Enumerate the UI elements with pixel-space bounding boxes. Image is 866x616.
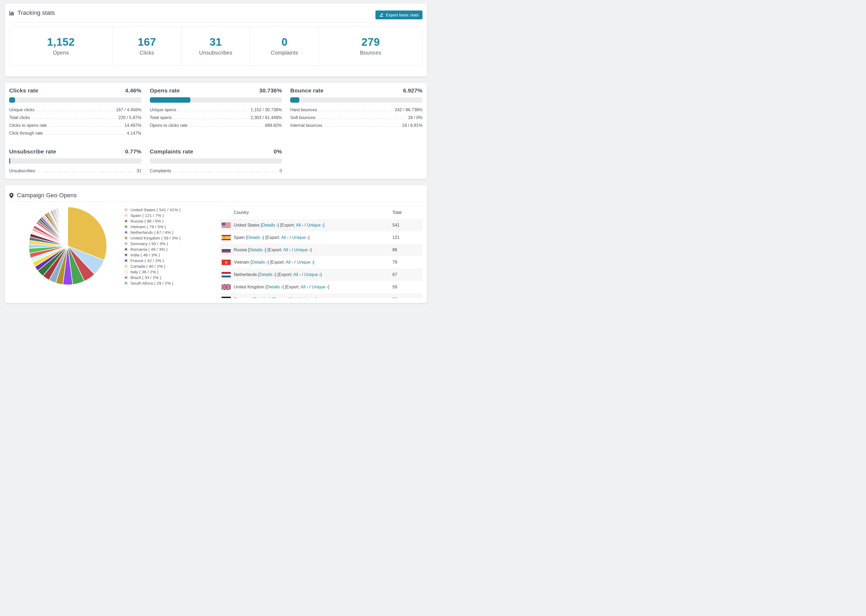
progress-track [9, 158, 142, 164]
rate-row: Total opens2,303 / 61.446% [150, 114, 282, 121]
rate-title: Unsubscribe rate [9, 148, 56, 155]
geo-row-text: United States [Details ›] [Export: All ›… [234, 223, 392, 228]
rate-row-label: Clicks to opens rate [9, 121, 47, 129]
legend-swatch [124, 231, 128, 234]
rate-row-value: 1,152 / 30.736% [251, 106, 282, 114]
rate-row: Complaints0 [150, 167, 282, 175]
dotted-leader [38, 172, 134, 172]
export-all-link[interactable]: All › [283, 248, 291, 252]
dotted-leader [32, 118, 116, 119]
details-link[interactable]: Details › [252, 260, 268, 264]
export-unique-link[interactable]: Unique › [304, 272, 320, 277]
export-unique-link[interactable]: Unique › [294, 248, 310, 252]
rate-block-complaints-rate: Complaints rate0%Complaints0 [150, 148, 282, 175]
legend-swatch [124, 248, 128, 251]
export-basic-stats-button[interactable]: Export basic stats [375, 11, 422, 19]
geo-header-total: Total [392, 210, 422, 215]
legend-item-netherlands: Netherlands ( 67 / 4% ) [124, 229, 181, 235]
export-all-link[interactable]: All › [286, 260, 293, 264]
legend-item-india: India ( 46 / 3% ) [124, 252, 181, 258]
legend-item-south-africa: South Africa ( 29 / 2% ) [124, 280, 181, 286]
legend-label: Italy ( 36 / 2% ) [131, 270, 158, 274]
details-link[interactable]: Details › [247, 235, 263, 240]
united-states-flag-icon [222, 223, 231, 228]
rate-row-label: Unique opens [150, 106, 176, 114]
legend-label: Brazil ( 33 / 2% ) [131, 275, 161, 280]
russia-flag-icon [222, 247, 231, 253]
rate-row: Hard bounces242 / 86.738% [290, 106, 422, 114]
export-icon [379, 13, 384, 17]
legend-label: Spain ( 121 / 7% ) [131, 213, 164, 218]
rate-row: Unique clicks167 / 4.456% [9, 106, 142, 114]
legend-label: Netherlands ( 67 / 4% ) [131, 230, 173, 235]
stat-unsubscribes: 31Unsubscribes [181, 27, 250, 65]
rate-row: Total clicks220 / 5.87% [9, 114, 142, 121]
rate-percentage: 0% [274, 148, 282, 155]
rate-row-value: 18 / 0% [408, 114, 422, 121]
export-all-link[interactable]: All › [293, 272, 301, 277]
rate-row-label: Total opens [150, 114, 172, 121]
rate-row: Unique opens1,152 / 30.736% [150, 106, 282, 114]
rate-row-label: Unique clicks [9, 106, 35, 114]
rate-row: Unsubscribes31 [9, 167, 142, 175]
geo-row-text: Russia [Details ›] [Export: All › / Uniq… [234, 248, 392, 252]
geo-table-rows: United States [Details ›] [Export: All ›… [219, 219, 422, 298]
rate-percentage: 0.77% [125, 148, 142, 155]
rate-row: Soft bounces18 / 0% [290, 114, 422, 121]
tracking-stats-header: Tracking stats Export basic stats [9, 3, 422, 23]
export-unique-link[interactable]: Unique › [312, 284, 328, 289]
details-link[interactable]: Details › [262, 223, 278, 227]
campaign-geo-opens-card: Campaign Geo Opens United States ( 541 /… [5, 185, 427, 303]
legend-item-romania: Romania ( 49 / 3% ) [124, 247, 181, 252]
germany-flag-icon [222, 297, 231, 298]
stat-label: Complaints [271, 50, 298, 56]
export-all-link[interactable]: All › [288, 297, 295, 298]
geo-pie-chart [28, 206, 107, 286]
page: Tracking stats Export basic stats 1,152O… [0, 0, 433, 308]
rate-row: Opens to clicks rate689.82% [150, 121, 282, 129]
legend-item-united-states: United States ( 541 / 31% ) [124, 207, 181, 212]
export-unique-link[interactable]: Unique › [307, 223, 323, 227]
legend-item-canada: Canada ( 40 / 2% ) [124, 263, 181, 269]
pie-legend: United States ( 541 / 31% )Spain ( 121 /… [124, 207, 181, 286]
rate-row-value: 242 / 86.738% [395, 106, 422, 114]
export-unique-link[interactable]: Unique › [292, 235, 308, 240]
legend-label: United States ( 541 / 31% ) [131, 207, 181, 212]
export-unique-link[interactable]: Unique › [299, 297, 315, 298]
dotted-leader [173, 172, 277, 172]
stat-value: 1,152 [47, 36, 75, 47]
rate-row-label: Opens to clicks rate [150, 121, 188, 129]
progress-fill [9, 158, 10, 164]
legend-swatch [124, 264, 128, 268]
rate-row-value: 2,303 / 61.446% [251, 114, 282, 121]
legend-swatch [124, 236, 128, 240]
rate-row-value: 31 [137, 167, 142, 175]
export-all-link[interactable]: All › [281, 235, 288, 240]
rate-title: Bounce rate [290, 87, 324, 94]
details-link[interactable]: Details › [259, 272, 275, 277]
details-link[interactable]: Details › [249, 248, 265, 252]
rate-row-value: 14.497% [124, 121, 141, 129]
dotted-leader [319, 111, 393, 111]
stat-bounces: 279Bounces [319, 27, 422, 65]
details-link[interactable]: Details › [254, 297, 270, 298]
vietnam-flag-icon [222, 259, 231, 265]
export-unique-link[interactable]: Unique › [297, 260, 313, 264]
united-kingdom-flag-icon [222, 284, 231, 290]
geo-chart-column: United States ( 541 / 31% )Spain ( 121 /… [9, 201, 216, 286]
details-link[interactable]: Details › [267, 284, 283, 289]
export-all-link[interactable]: All › [301, 284, 308, 289]
geo-header-country: Country [234, 210, 392, 215]
geo-row-text: Spain [Details ›] [Export: All › / Uniqu… [234, 235, 392, 240]
geo-row-text: United Kingdom [Details ›] [Export: All … [234, 284, 392, 289]
legend-label: Canada ( 40 / 2% ) [131, 264, 165, 269]
legend-item-italy: Italy ( 36 / 2% ) [124, 269, 181, 275]
dotted-leader [36, 111, 114, 111]
export-all-link[interactable]: All › [296, 223, 303, 227]
stat-label: Clicks [140, 50, 154, 56]
dotted-leader [49, 126, 122, 127]
rate-row: Internal bounces19 / 6.81% [290, 121, 422, 129]
geo-row-text: Vietnam [Details ›] [Export: All › / Uni… [234, 260, 392, 265]
tracking-stats-title-label: Tracking stats [17, 9, 55, 16]
rate-block-clicks-rate: Clicks rate4.46%Unique clicks167 / 4.456… [9, 87, 142, 137]
